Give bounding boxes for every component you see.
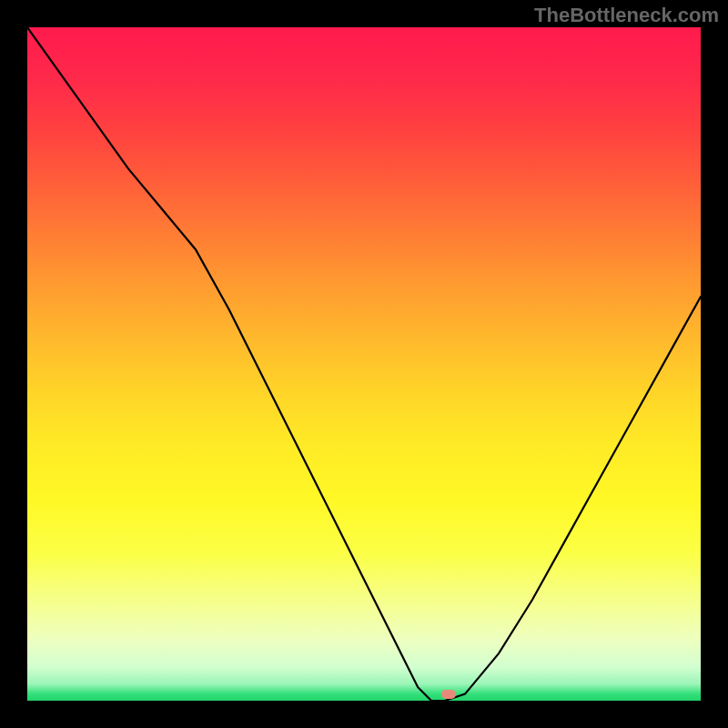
bottleneck-curve [27, 27, 701, 701]
chart-container: TheBottleneck.com [0, 0, 728, 728]
plot-area [27, 27, 701, 701]
watermark-text: TheBottleneck.com [534, 4, 719, 27]
optimal-point-marker [441, 690, 456, 699]
